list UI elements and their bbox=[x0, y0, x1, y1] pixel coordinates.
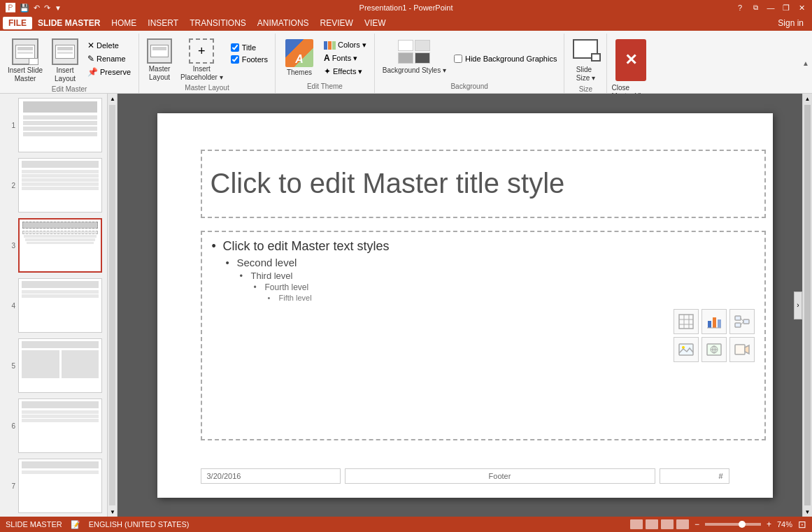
preserve-label: Preserve bbox=[100, 68, 131, 76]
slide-thumb-3[interactable] bbox=[18, 218, 102, 273]
menu-insert[interactable]: INSERT bbox=[142, 17, 184, 29]
effects-btn[interactable]: ✦ Effects ▾ bbox=[320, 65, 370, 78]
insert-layout-btn[interactable]: InsertLayout bbox=[48, 36, 83, 85]
zoom-percent[interactable]: 74% bbox=[777, 520, 792, 529]
canvas-scrollbar: ▲ ▼ bbox=[802, 94, 812, 517]
menu-review[interactable]: REVIEW bbox=[315, 17, 359, 29]
slide-item-7: 7 bbox=[3, 457, 114, 515]
slide-thumb-7[interactable] bbox=[18, 459, 102, 513]
title-placeholder[interactable]: Click to edit Master title style bbox=[201, 150, 766, 218]
canvas-scroll-down-btn[interactable]: ▼ bbox=[803, 507, 812, 517]
canvas-scroll-thumb[interactable] bbox=[804, 105, 811, 505]
svg-rect-11 bbox=[743, 319, 749, 324]
canvas-scroll-up-btn[interactable]: ▲ bbox=[803, 94, 812, 103]
menu-transitions[interactable]: TRANSITIONS bbox=[184, 17, 252, 29]
colors-btn[interactable]: Colors ▾ bbox=[320, 39, 370, 51]
ribbon-scroll-up[interactable]: ▲ bbox=[802, 34, 812, 93]
hide-bg-row[interactable]: Hide Background Graphics bbox=[451, 53, 560, 64]
insert-slide-master-btn[interactable]: Insert SlideMaster bbox=[4, 36, 46, 85]
hide-bg-checkbox[interactable] bbox=[454, 55, 462, 63]
menu-slide-master[interactable]: SLIDE MASTER bbox=[32, 17, 106, 29]
slide-item-3: 3 bbox=[3, 217, 114, 274]
slide-sorter-btn[interactable] bbox=[646, 519, 658, 529]
insert-placeholder-btn[interactable]: + InsertPlaceholder ▾ bbox=[177, 36, 227, 84]
menu-view[interactable]: VIEW bbox=[359, 17, 392, 29]
edit-theme-label: Edit Theme bbox=[307, 82, 343, 93]
close-master-view-btn[interactable]: ✕ bbox=[615, 39, 646, 81]
fit-page-btn[interactable]: ⊡ bbox=[798, 519, 806, 530]
table-icon bbox=[674, 309, 699, 334]
menu-file[interactable]: FILE bbox=[3, 17, 32, 29]
slide-num-5: 5 bbox=[6, 362, 15, 370]
background-styles-icon bbox=[397, 38, 432, 65]
footer-text[interactable]: Footer bbox=[345, 468, 655, 484]
minimize-btn[interactable]: — bbox=[766, 3, 776, 13]
online-picture-icon bbox=[701, 337, 727, 362]
slide-item-4: 4 bbox=[3, 277, 114, 334]
menu-bar: FILE SLIDE MASTER HOME INSERT TRANSITION… bbox=[0, 15, 812, 31]
slide-thumb-2[interactable] bbox=[18, 158, 102, 213]
menu-animations[interactable]: ANIMATIONS bbox=[252, 17, 315, 29]
reading-view-btn[interactable] bbox=[661, 519, 674, 529]
rename-btn[interactable]: ✎ Rename bbox=[84, 52, 134, 65]
restore-btn[interactable]: ❐ bbox=[781, 3, 791, 13]
content-placeholder[interactable]: Click to edit Master text styles Second … bbox=[201, 231, 766, 440]
footers-checkbox[interactable] bbox=[231, 55, 239, 64]
undo-btn[interactable]: ↶ bbox=[34, 3, 40, 13]
redo-btn[interactable]: ↷ bbox=[44, 3, 50, 13]
window-title: Presentation1 - PowerPoint bbox=[359, 3, 453, 12]
master-layout-label: MasterLayout bbox=[149, 65, 171, 82]
panel-scroll-thumb[interactable] bbox=[109, 105, 115, 505]
zoom-slider[interactable] bbox=[705, 523, 761, 526]
close-content: ✕ CloseMaster View bbox=[611, 34, 650, 101]
delete-btn[interactable]: ✕ Delete bbox=[84, 39, 134, 52]
slide-thumb-1[interactable] bbox=[18, 98, 102, 152]
customize-btn[interactable]: ▼ bbox=[55, 4, 62, 12]
footers-checkbox-row[interactable]: Footers bbox=[228, 54, 271, 65]
footer-num[interactable]: # bbox=[660, 468, 729, 484]
fonts-btn[interactable]: A Fonts ▾ bbox=[320, 52, 370, 64]
edit-theme-content: A Themes Colors ▾ A Fonts ▾ ✦ bbox=[280, 34, 370, 82]
slide-size-btn[interactable]: SlideSize ▾ bbox=[569, 36, 602, 85]
delete-icon: ✕ bbox=[87, 41, 94, 50]
zoom-in-btn[interactable]: + bbox=[767, 519, 771, 529]
zoom-slider-thumb[interactable] bbox=[739, 521, 746, 528]
footer-area: 3/20/2016 Footer # bbox=[201, 468, 729, 484]
slide-num-6: 6 bbox=[6, 422, 15, 430]
background-styles-btn[interactable]: Background Styles ▾ bbox=[379, 36, 450, 77]
slide-thumb-4[interactable] bbox=[18, 278, 102, 333]
restore-resize-btn[interactable]: ⧉ bbox=[750, 3, 760, 13]
themes-icon: A bbox=[285, 39, 313, 67]
video-icon bbox=[729, 337, 755, 362]
footer-date[interactable]: 3/20/2016 bbox=[201, 468, 341, 484]
title-bar: 🅿 💾 ↶ ↷ ▼ Presentation1 - PowerPoint ? ⧉… bbox=[0, 0, 812, 15]
view-buttons bbox=[630, 519, 689, 529]
title-checkbox-row[interactable]: Title bbox=[228, 42, 271, 53]
slide-thumb-5[interactable] bbox=[18, 338, 102, 393]
sign-in-link[interactable]: Sign in bbox=[772, 17, 809, 29]
content-icons bbox=[674, 309, 755, 362]
slide-num-1: 1 bbox=[6, 122, 15, 129]
panel-scroll-down-btn[interactable]: ▼ bbox=[108, 507, 117, 517]
slide-thumb-6[interactable] bbox=[18, 398, 102, 453]
themes-btn[interactable]: A Themes bbox=[280, 36, 319, 80]
ribbon-group-edit-theme: A Themes Colors ▾ A Fonts ▾ ✦ bbox=[276, 34, 375, 93]
menu-home[interactable]: HOME bbox=[106, 17, 142, 29]
help-btn[interactable]: ? bbox=[735, 3, 745, 13]
slide-show-btn[interactable] bbox=[676, 519, 689, 529]
status-icon-notes[interactable]: 📝 bbox=[71, 520, 80, 529]
master-layout-btn[interactable]: MasterLayout bbox=[143, 36, 176, 84]
quick-save[interactable]: 💾 bbox=[20, 3, 29, 13]
edit-master-content: Insert SlideMaster InsertLayout ✕ Delete bbox=[4, 34, 134, 85]
panel-collapse-btn[interactable]: › bbox=[794, 292, 802, 319]
title-checkbox-label: Title bbox=[242, 43, 256, 52]
theme-options: Colors ▾ A Fonts ▾ ✦ Effects ▾ bbox=[320, 36, 370, 78]
normal-view-btn[interactable] bbox=[630, 519, 643, 529]
panel-scroll-up-btn[interactable]: ▲ bbox=[108, 94, 117, 103]
title-checkbox[interactable] bbox=[231, 43, 239, 52]
preserve-btn[interactable]: 📌 Preserve bbox=[84, 66, 134, 78]
close-window-btn[interactable]: ✕ bbox=[797, 3, 806, 13]
zoom-out-btn[interactable]: − bbox=[695, 519, 699, 529]
colors-icon bbox=[324, 41, 336, 50]
checkboxes: Title Footers bbox=[228, 36, 271, 65]
